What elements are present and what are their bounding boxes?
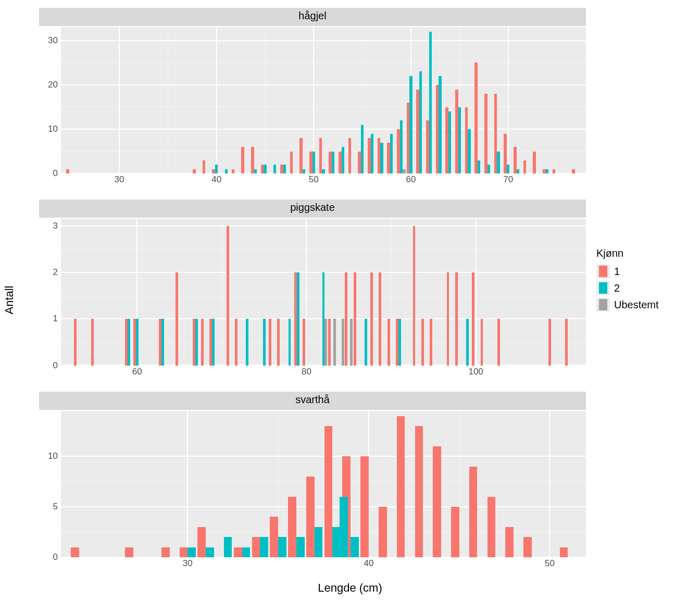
bar: [332, 152, 335, 174]
bar: [232, 169, 235, 174]
plot-panel: [61, 411, 586, 557]
bar: [390, 134, 393, 174]
bar: [241, 147, 244, 173]
bar: [397, 416, 405, 557]
bar: [197, 527, 206, 557]
bar: [497, 152, 500, 174]
legend-items: 12Ubestemt: [596, 265, 659, 311]
bar: [91, 319, 94, 365]
x-tick-label: 80: [302, 367, 311, 377]
bar: [505, 527, 514, 557]
x-tick-label: 40: [211, 174, 221, 185]
bar: [472, 272, 474, 365]
bar: [419, 71, 422, 173]
bar: [235, 319, 238, 365]
bar: [379, 507, 387, 557]
bar: [136, 319, 139, 365]
facet-column: hågjel01020303040506070piggskate01236080…: [39, 8, 586, 573]
x-tick-label: 50: [545, 558, 555, 569]
bar: [328, 319, 331, 365]
bar: [371, 134, 374, 174]
bar: [497, 319, 500, 365]
bar: [273, 165, 277, 173]
bar: [361, 125, 364, 174]
bar: [306, 477, 315, 557]
y-tick-label: 10: [48, 124, 58, 134]
y-ticks: 0102030: [39, 27, 61, 173]
bar: [345, 272, 347, 365]
bar: [351, 537, 359, 557]
bar: [523, 160, 527, 174]
x-tick-label: 30: [115, 174, 124, 185]
bar: [388, 319, 390, 365]
facet-strip: piggskate: [39, 199, 586, 219]
legend-item: Ubestemt: [596, 298, 659, 311]
bar: [225, 169, 228, 174]
gridline-v: [216, 27, 217, 173]
bar: [458, 107, 461, 174]
bar: [201, 319, 204, 365]
bar: [315, 527, 323, 557]
legend-title: Kjønn: [596, 247, 659, 259]
x-tick-label: 60: [132, 367, 142, 377]
y-tick-label: 30: [48, 35, 58, 46]
bar: [319, 138, 322, 173]
y-tick-label: 5: [53, 502, 58, 512]
bar: [322, 169, 325, 174]
bar: [342, 147, 345, 173]
legend-swatch: [599, 266, 607, 277]
x-tick-label: 100: [468, 367, 483, 377]
legend-key-box: [596, 281, 610, 295]
bar: [488, 165, 491, 173]
bar: [439, 76, 442, 173]
facet-strip: svarthå: [39, 392, 586, 411]
bar: [354, 272, 356, 365]
legend-key-box: [596, 298, 610, 311]
bar: [448, 111, 452, 173]
y-tick-label: 10: [48, 451, 58, 461]
bar: [517, 169, 520, 174]
bar: [365, 319, 367, 365]
bar: [254, 169, 257, 174]
legend-label: 1: [614, 266, 620, 278]
legend-label: 2: [614, 282, 620, 294]
legend-swatch: [599, 282, 607, 294]
plot-panel: [61, 27, 586, 173]
bar: [546, 169, 549, 174]
bar: [348, 138, 352, 173]
y-tick-label: 0: [53, 168, 58, 179]
bar: [263, 319, 266, 365]
bar: [283, 165, 286, 173]
bar: [66, 169, 69, 174]
panel-wrap: 0123: [39, 219, 586, 365]
x-ticks: 304050: [61, 557, 586, 573]
bar: [507, 165, 510, 173]
x-axis-title: Lengde (cm): [318, 581, 382, 595]
y-tick-label: 0: [53, 360, 58, 371]
facet-strip: hågjel: [39, 8, 586, 27]
bar: [466, 319, 469, 365]
gridline-v: [508, 27, 509, 173]
y-tick-label: 3: [53, 221, 58, 231]
bar: [234, 547, 242, 557]
facet: hågjel01020303040506070: [39, 8, 586, 189]
bar: [380, 143, 383, 174]
legend-key-box: [596, 265, 610, 278]
bar: [403, 169, 406, 174]
bar: [195, 319, 198, 365]
gridline-v-minor: [265, 27, 266, 173]
legend-swatch: [599, 299, 607, 310]
bar: [333, 319, 336, 365]
y-tick-label: 2: [53, 267, 58, 278]
bar: [260, 537, 268, 557]
gridline-v: [549, 411, 550, 557]
y-tick-label: 20: [48, 80, 58, 90]
bar: [303, 169, 306, 174]
bar: [398, 319, 401, 365]
gridline-v-minor: [222, 219, 222, 365]
bar: [360, 456, 369, 557]
y-ticks: 0510: [39, 411, 61, 557]
bar: [481, 319, 483, 365]
legend-item: 1: [596, 265, 659, 278]
bar: [71, 547, 79, 557]
